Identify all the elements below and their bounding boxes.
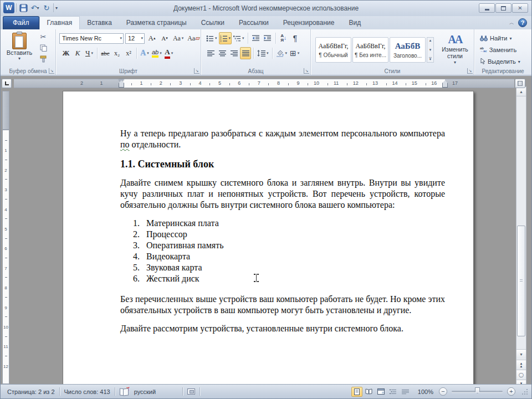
zoom-level[interactable]: 100% <box>412 388 438 395</box>
document-page[interactable]: Ну а теперь предлагаю разобраться с кажд… <box>63 91 474 384</box>
align-right-button[interactable] <box>228 47 239 59</box>
spellcheck-status[interactable]: ✗ <box>115 385 133 398</box>
vertical-scrollbar[interactable]: ▲ ▼ ▲▲ ◯ ▼▼ <box>516 86 526 384</box>
vertical-ruler[interactable]: 123456789101112 <box>2 91 9 384</box>
ruler-toggle-button[interactable] <box>515 79 525 88</box>
copy-button[interactable] <box>37 43 49 53</box>
zoom-out-button[interactable]: − <box>439 387 447 396</box>
bold-button[interactable]: Ж <box>60 47 71 59</box>
gallery-expand-icon[interactable]: ▼ <box>429 57 432 61</box>
numbering-button[interactable]: 1 2 3 ▾ <box>219 32 232 44</box>
subscript-button[interactable]: x₂ <box>111 47 122 59</box>
close-button[interactable]: ✕ <box>512 3 528 13</box>
strikethrough-button[interactable]: abc <box>100 47 111 59</box>
list-item[interactable]: 2. Процессор <box>120 229 445 240</box>
highlight-color-button[interactable]: ab▾ <box>151 47 163 59</box>
scrollbar-thumb[interactable] <box>517 226 525 336</box>
multilevel-list-button[interactable]: ▾ <box>232 32 245 44</box>
list-item[interactable]: 1. Материнская плата <box>120 218 445 229</box>
replace-button[interactable]: ab→ac Заменить <box>480 44 520 55</box>
clipboard-dialog-launcher[interactable]: ↘ <box>49 68 54 74</box>
paragraph-dialog-launcher[interactable]: ↘ <box>304 68 309 74</box>
sort-button[interactable]: АЯ↓ <box>278 32 289 44</box>
cut-button[interactable]: ✂ <box>37 32 49 42</box>
list-item[interactable]: 6. Жесткий диск <box>120 273 445 284</box>
page-indicator[interactable]: Страница: 2 из 2 <box>3 385 59 398</box>
shading-button[interactable]: ▾ <box>275 47 289 59</box>
ribbon-tab[interactable]: Главная <box>39 16 80 30</box>
bullets-button[interactable]: ▾ <box>205 32 218 44</box>
fullscreen-reading-view-button[interactable] <box>364 387 375 397</box>
font-size-combobox[interactable]: 12▾ <box>125 33 145 44</box>
horizontal-ruler[interactable]: 21 12345678910111213141516 17 <box>14 79 514 88</box>
style-card[interactable]: АаБбВ Заголово... <box>390 37 426 63</box>
paragraph[interactable]: Ну а теперь предлагаю разобраться с кажд… <box>120 128 445 150</box>
macro-record-button[interactable] <box>183 385 200 398</box>
previous-page-button[interactable]: ▲▲ <box>516 360 526 370</box>
minimize-ribbon-icon[interactable]: ︿ <box>509 19 514 27</box>
grow-font-button[interactable]: А▴ <box>146 32 157 44</box>
ribbon-tab[interactable]: Файл <box>3 16 39 29</box>
web-layout-view-button[interactable] <box>376 387 387 397</box>
paste-button[interactable]: Вставить ▾ <box>5 32 34 65</box>
align-center-button[interactable] <box>217 47 228 59</box>
increase-indent-button[interactable] <box>262 32 273 44</box>
paragraph[interactable]: Давайте рассмотрим устройства, установле… <box>120 323 445 334</box>
ribbon-tab[interactable]: Рассылки <box>232 17 276 29</box>
italic-button[interactable]: К <box>72 47 83 59</box>
scroll-up-button[interactable]: ▲ <box>516 87 526 96</box>
document-content[interactable]: Ну а теперь предлагаю разобраться с кажд… <box>120 128 445 341</box>
ribbon-tab[interactable]: Рецензирование <box>276 17 342 29</box>
ribbon-tab[interactable]: Вставка <box>80 17 119 29</box>
font-name-combobox[interactable]: Times New Rc▾ <box>59 33 124 44</box>
ribbon-tab[interactable]: Вид <box>341 17 368 29</box>
zoom-slider[interactable] <box>452 391 503 392</box>
find-button[interactable]: Найти▾ <box>480 33 520 44</box>
help-button[interactable]: ? <box>518 18 527 27</box>
zoom-in-button[interactable]: + <box>507 387 515 396</box>
language-indicator[interactable]: русский <box>133 385 160 398</box>
list-item[interactable]: 4. Видеокарта <box>120 251 445 262</box>
paragraph[interactable]: Без перечисленных выше устройств ваш ком… <box>120 294 445 316</box>
borders-button[interactable]: ⊞▾ <box>289 47 300 59</box>
decrease-indent-button[interactable] <box>250 32 262 44</box>
style-card[interactable]: АаБбВвГг, ¶ Обычный <box>315 37 351 63</box>
justify-button[interactable] <box>240 47 251 59</box>
underline-button[interactable]: Ч▾ <box>84 47 95 59</box>
word-count[interactable]: Число слов: 413 <box>60 385 115 398</box>
shrink-font-button[interactable]: А▾ <box>159 32 170 44</box>
list-item[interactable]: 5. Звуковая карта <box>120 262 445 273</box>
print-layout-view-button[interactable] <box>351 387 362 397</box>
font-dialog-launcher[interactable]: ↘ <box>194 68 200 74</box>
ribbon-tab[interactable]: Ссылки <box>194 17 232 29</box>
ribbon-tab[interactable]: Разметка страницы <box>119 17 194 29</box>
draft-view-button[interactable] <box>400 387 411 397</box>
outline-view-button[interactable] <box>388 387 399 397</box>
change-styles-button[interactable]: АА Изменить стили ▾ <box>438 33 472 67</box>
select-button[interactable]: Выделить▾ <box>480 56 520 67</box>
tab-selector-button[interactable] <box>2 79 12 88</box>
show-paragraph-marks-button[interactable]: ¶ <box>290 32 301 44</box>
paragraph[interactable]: Давайте снимем крышку системного блока и… <box>120 177 445 211</box>
scroll-down-button[interactable]: ▼ <box>516 349 526 359</box>
align-left-button[interactable] <box>205 47 216 59</box>
numbered-list[interactable]: 1. Материнская плата 2. Процессор 3. Опе… <box>120 218 445 284</box>
list-item[interactable]: 3. Оперативная память <box>120 240 445 251</box>
resize-grip[interactable] <box>521 388 528 395</box>
maximize-button[interactable] <box>495 3 511 13</box>
font-color-button[interactable]: А▾ <box>163 47 175 59</box>
next-page-button[interactable]: ▼▼ <box>516 380 526 384</box>
section-heading[interactable]: 1.1. Системный блок <box>120 158 445 170</box>
minimize-button[interactable] <box>479 3 495 13</box>
style-card[interactable]: АаБбВвГг, ¶ Без инте... <box>352 37 388 63</box>
change-case-button[interactable]: Аа▾ <box>172 32 185 44</box>
right-indent-marker[interactable] <box>442 83 448 88</box>
scroll-down-icon[interactable]: ▼ <box>429 48 432 52</box>
zoom-slider-thumb[interactable] <box>475 387 480 393</box>
clear-formatting-button[interactable]: Аа <box>186 32 201 44</box>
superscript-button[interactable]: x² <box>123 47 134 59</box>
text-effects-button[interactable]: А▾ <box>139 47 150 59</box>
styles-dialog-launcher[interactable]: ↘ <box>467 68 473 74</box>
line-spacing-button[interactable]: ▾ <box>256 47 270 59</box>
left-indent-marker[interactable] <box>119 83 124 88</box>
